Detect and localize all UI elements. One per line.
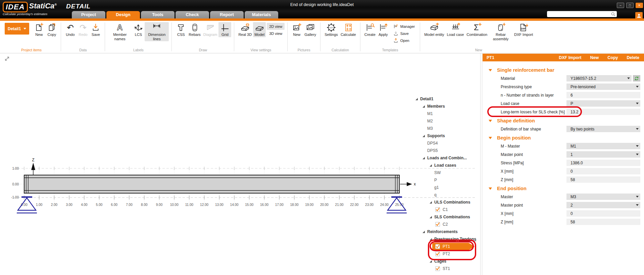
tree-item-m2[interactable]: M2 (414, 117, 479, 125)
lcs-button[interactable]: LCS (132, 22, 145, 37)
input-stress-mpa[interactable]: 1386.0 (566, 160, 640, 166)
copy-button[interactable]: Copy (607, 55, 618, 60)
tree-item-c2[interactable]: C2 (414, 221, 479, 228)
tree-item-c1[interactable]: C1 (414, 206, 479, 213)
checkbox-pt1[interactable] (435, 244, 440, 249)
checkbox-st1[interactable] (435, 266, 440, 271)
tree-item-detail1[interactable]: Detail1 (414, 95, 479, 103)
tree-expander-icon[interactable] (421, 104, 426, 109)
tree-item-pt2[interactable]: PT2 (414, 250, 479, 258)
calculate-button[interactable]: Calculate (339, 22, 357, 37)
tree-item-dps5[interactable]: DPS5 (414, 147, 479, 154)
create-button[interactable]: Create (363, 22, 377, 37)
dxf-import-button[interactable]: DXFDXF Import (513, 22, 534, 37)
tab-project[interactable]: Project (72, 11, 105, 18)
tree-expander-icon[interactable] (428, 163, 433, 168)
drawing-canvas-area[interactable]: 0.001.002.003.004.005.006.007.008.009.00… (0, 53, 479, 275)
dropdown-prestressing-type[interactable]: Pre-tensioned (566, 84, 640, 90)
save-button[interactable]: Save (89, 22, 102, 37)
beam-drawing[interactable]: 0.001.002.003.004.005.006.007.008.009.00… (0, 53, 479, 275)
apply-button[interactable]: Apply (377, 22, 390, 37)
combination-button[interactable]: ΣCombination (465, 22, 489, 37)
tree-expander-icon[interactable] (421, 133, 426, 138)
tree-item-q[interactable]: q (414, 191, 479, 199)
tree-item-p[interactable]: P (414, 176, 479, 184)
tree-item-pt1[interactable]: PT1 (414, 243, 479, 250)
tab-report[interactable]: Report (210, 11, 244, 18)
tree-item-sw[interactable]: SW (414, 169, 479, 176)
rebar-assembly-button[interactable]: Rebar assembly (489, 22, 513, 41)
tree-item-uls-combinations[interactable]: ULS Combinations (414, 199, 479, 206)
grid-button[interactable]: Grid (218, 22, 231, 37)
tree-item-m1[interactable]: M1 (414, 110, 479, 117)
gallery-button[interactable]: Gallery (303, 22, 317, 37)
tab-design[interactable]: Design (106, 11, 140, 18)
tree-expander-icon[interactable] (428, 237, 433, 241)
dropdown-material[interactable]: Y1860S7-15.2 (566, 75, 632, 81)
manager-button[interactable]: Manager (391, 23, 417, 30)
model-entity-button[interactable]: Model entity (423, 22, 445, 37)
dropdown-master-point[interactable]: 1 (566, 151, 640, 158)
tree-expander-icon[interactable] (414, 97, 419, 101)
input-z-mm[interactable]: 58 (566, 219, 640, 225)
tree-expander-icon[interactable] (421, 156, 426, 160)
maximize-button[interactable]: □ (626, 3, 634, 8)
model-button[interactable]: Model (253, 22, 266, 37)
close-button[interactable]: ✕ (636, 3, 643, 8)
tab-tools[interactable]: Tools (141, 11, 175, 18)
input-n-number-of-strands-in-layer[interactable]: 6 (566, 92, 640, 98)
new-button[interactable]: New (33, 22, 45, 37)
section-header-single-reinforcement-bar[interactable]: Single reinforcement bar (483, 66, 644, 74)
tree-expander-icon[interactable] (428, 215, 433, 219)
rebars-button[interactable]: Rebars (187, 22, 202, 37)
undo-button[interactable]: ↶Undo (64, 22, 77, 37)
new-button[interactable]: New (290, 22, 303, 37)
dropdown-master-point[interactable]: 2 (566, 202, 640, 208)
css-button[interactable]: CSS (175, 22, 187, 37)
tree-item-st1[interactable]: ST1 (414, 265, 479, 272)
new-button[interactable]: New (590, 55, 599, 60)
tree-expander-icon[interactable] (428, 259, 433, 264)
input-long-term-losses-for-sls-check[interactable]: 13.2 (566, 109, 640, 115)
input-z-mm[interactable]: 58 (566, 176, 640, 183)
refresh-material-button[interactable] (633, 75, 640, 81)
beam-member[interactable] (24, 175, 399, 193)
minimize-button[interactable]: – (617, 3, 624, 8)
save-button[interactable]: Save (391, 30, 417, 37)
tree-item-supports[interactable]: Supports (414, 132, 479, 140)
tree-item-load-cases[interactable]: Load cases (414, 162, 479, 169)
input-x-mm[interactable]: 0 (566, 168, 640, 174)
copy-button[interactable]: Copy (45, 22, 58, 37)
search-input[interactable] (547, 12, 611, 16)
dropdown-definition-of-bar-shape[interactable]: By two points (566, 126, 640, 132)
dxf-import-button[interactable]: DXF Import (559, 55, 581, 60)
3d-view-button[interactable]: 3D view (267, 30, 285, 37)
checkbox-pt2[interactable] (435, 252, 440, 256)
dropdown-load-case[interactable]: P (566, 100, 640, 107)
tree-expander-icon[interactable] (428, 200, 433, 205)
checkbox-c2[interactable] (435, 222, 440, 227)
fit-view-button[interactable] (3, 55, 11, 62)
tree-item-m3[interactable]: M3 (414, 125, 479, 132)
tab-materials[interactable]: Materials (245, 11, 278, 18)
tree-item-prestressing-tendons[interactable]: Prestressing Tendons (414, 235, 479, 243)
tree-item-reinforcements[interactable]: Reinforcements (414, 228, 479, 235)
open-button[interactable]: Open (391, 37, 417, 44)
dimension-lines-button[interactable]: Dimension lines (145, 22, 169, 41)
section-header-end-position[interactable]: End position (483, 184, 644, 192)
2d-view-button[interactable]: 2D view (267, 23, 285, 30)
checkbox-c1[interactable] (435, 207, 440, 212)
dropdown-master[interactable]: M3 (566, 194, 640, 200)
tab-check[interactable]: Check (176, 11, 209, 18)
tree-item-loads-and-combin[interactable]: Loads and Combin... (414, 154, 479, 162)
project-item-selector[interactable]: Detail1 (5, 23, 29, 35)
delete-button[interactable]: Delete (627, 55, 639, 60)
input-x-mm[interactable]: 0 (566, 210, 640, 217)
dropdown-m-master[interactable]: M1 (566, 143, 640, 149)
settings-button[interactable]: </>Settings (323, 22, 339, 37)
tree-expander-icon[interactable] (421, 229, 426, 234)
section-header-begin-position[interactable]: Begin position (483, 134, 644, 142)
tree-item-members[interactable]: Members (414, 103, 479, 110)
load-case-button[interactable]: Load case (446, 22, 465, 37)
tree-item-cages[interactable]: Cages (414, 258, 479, 265)
